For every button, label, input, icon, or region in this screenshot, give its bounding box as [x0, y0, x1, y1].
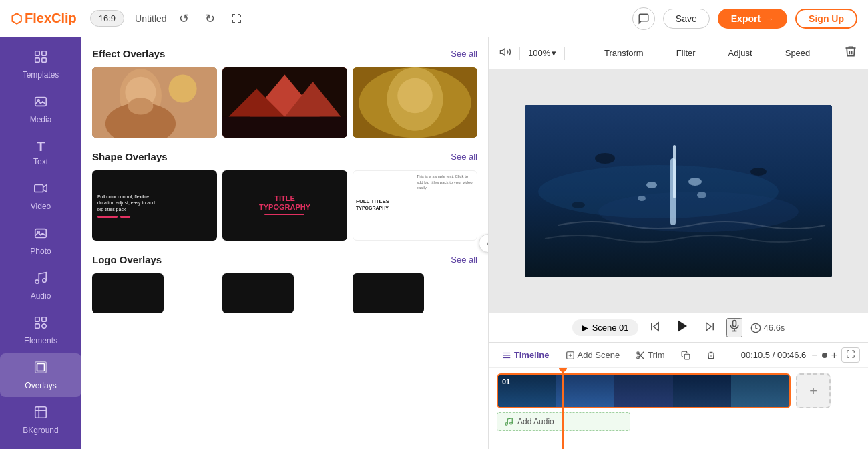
elements-icon: [33, 315, 48, 333]
svg-rect-2: [35, 58, 39, 62]
effect-overlays-grid: [92, 67, 477, 138]
clip-frame-5: [731, 375, 789, 407]
duration-display: 46.6s: [750, 323, 785, 333]
add-audio-button[interactable]: Add Audio: [497, 412, 630, 431]
sidebar-item-bkground[interactable]: BKground: [0, 398, 81, 442]
svg-point-45: [595, 153, 615, 164]
svg-marker-48: [653, 323, 658, 331]
effect-overlay-item-1[interactable]: [92, 67, 217, 138]
sidebar-item-media[interactable]: Media: [0, 88, 81, 131]
sidebar-audio-label: Audio: [31, 291, 51, 301]
transform-button[interactable]: Transform: [596, 44, 652, 62]
svg-rect-7: [35, 229, 47, 238]
next-scene-button[interactable]: [701, 318, 718, 338]
aspect-ratio-button[interactable]: 16:9: [90, 10, 124, 27]
panel-collapse-button[interactable]: ‹: [479, 234, 489, 253]
effect-overlay-item-3[interactable]: [353, 67, 477, 138]
sidebar-item-photo[interactable]: Photo: [0, 219, 81, 263]
shape-overlays-title: Shape Overlays: [92, 151, 168, 162]
svg-point-43: [638, 196, 646, 201]
svg-marker-50: [678, 320, 687, 332]
video-track: 01 +: [497, 373, 860, 408]
clip-frame-4: [673, 375, 731, 407]
shape-overlays-see-all[interactable]: See all: [451, 152, 477, 162]
effect-overlays-header: Effect Overlays See all: [92, 48, 477, 59]
prev-scene-button[interactable]: [646, 318, 664, 338]
logo-overlay-item-2[interactable]: [222, 273, 294, 313]
svg-point-23: [128, 98, 154, 114]
fit-button[interactable]: [841, 347, 860, 363]
redo-button[interactable]: ↻: [201, 7, 219, 30]
timeline-button[interactable]: Timeline: [497, 347, 555, 363]
toolbar-divider-4: [712, 47, 712, 60]
shape-overlay-item-3[interactable]: FULL TITLES TYPOGRAPHY This is a sample …: [353, 170, 477, 241]
play-button[interactable]: [672, 315, 693, 340]
video-toolbar: 100% ▾ Transform Filter Adjust Speed: [489, 37, 868, 69]
logo-overlays-grid: [92, 273, 477, 313]
svg-rect-17: [35, 407, 47, 418]
sidebar-item-branding[interactable]: Branding: [0, 443, 81, 449]
shape-overlay-item-1[interactable]: Full color control, flexible duration ad…: [92, 170, 217, 241]
overlays-panel: Effect Overlays See all: [81, 37, 489, 449]
timeline-toolbar: Timeline Add Scene Trim 00:: [489, 343, 868, 368]
save-button[interactable]: Save: [663, 9, 710, 29]
copy-clip-button[interactable]: [676, 348, 696, 363]
svg-rect-40: [673, 145, 676, 198]
svg-point-24: [169, 75, 197, 103]
svg-rect-12: [42, 317, 46, 321]
logo-overlays-see-all[interactable]: See all: [451, 255, 477, 265]
delete-icon[interactable]: [844, 45, 857, 61]
toolbar-divider-5: [769, 47, 769, 60]
clip-frame-2: [556, 375, 614, 407]
toolbar-divider-3: [660, 47, 660, 60]
templates-icon: [33, 49, 48, 67]
mic-button[interactable]: [726, 318, 742, 337]
svg-point-69: [505, 423, 508, 426]
sidebar-item-overlays[interactable]: Overlays: [0, 353, 81, 397]
export-button[interactable]: Export →: [718, 9, 787, 29]
shape-overlay-item-2[interactable]: TITLE TYPOGRAPHY: [222, 170, 347, 241]
chat-button[interactable]: [632, 7, 655, 30]
effect-overlays-see-all[interactable]: See all: [451, 49, 477, 59]
export-arrow-icon: →: [765, 13, 774, 24]
project-title: Untitled: [135, 13, 166, 24]
sidebar-item-elements[interactable]: Elements: [0, 309, 81, 352]
signup-button[interactable]: Sign Up: [795, 9, 857, 29]
playhead: [562, 368, 564, 449]
timeline-tracks: 01 +: [489, 368, 868, 449]
add-scene-button[interactable]: Add Scene: [560, 347, 626, 363]
adjust-button[interactable]: Adjust: [720, 44, 761, 62]
video-clip[interactable]: 01: [497, 373, 791, 408]
svg-point-9: [35, 280, 39, 284]
filter-button[interactable]: Filter: [668, 44, 704, 62]
main-area: Templates Media T Text Video Photo: [0, 37, 868, 449]
zoom-in-button[interactable]: +: [831, 349, 837, 361]
svg-rect-68: [684, 354, 690, 359]
sidebar-item-audio[interactable]: Audio: [0, 264, 81, 307]
volume-icon[interactable]: [499, 46, 511, 61]
zoom-out-button[interactable]: −: [811, 349, 817, 361]
undo-button[interactable]: ↺: [175, 7, 193, 30]
sidebar-item-video[interactable]: Video: [0, 174, 81, 218]
add-scene-track-button[interactable]: +: [796, 373, 831, 408]
svg-rect-3: [42, 58, 46, 62]
timeline-area: Timeline Add Scene Trim 00:: [489, 342, 868, 449]
svg-point-33: [397, 78, 433, 114]
logo-overlay-item-3[interactable]: [353, 273, 424, 313]
sidebar-item-templates[interactable]: Templates: [0, 43, 81, 86]
delete-clip-button[interactable]: [701, 348, 721, 363]
svg-point-47: [572, 202, 585, 208]
sidebar-item-text[interactable]: T Text: [0, 132, 81, 173]
clip-label: 01: [502, 378, 510, 386]
topbar: ⬡ FlexClip 16:9 Untitled ↺ ↻ Save Export…: [0, 0, 868, 37]
sidebar-overlays-label: Overlays: [25, 381, 56, 390]
logo-overlay-item-1[interactable]: [92, 273, 164, 313]
scene-button[interactable]: ▶ Scene 01: [572, 319, 638, 336]
svg-rect-4: [35, 98, 47, 106]
audio-track: Add Audio: [497, 412, 860, 431]
speed-button[interactable]: Speed: [777, 44, 819, 62]
volume-percent[interactable]: 100% ▾: [528, 48, 556, 58]
effect-overlay-item-2[interactable]: [222, 67, 347, 138]
trim-button[interactable]: Trim: [630, 347, 670, 363]
fullscreen-button[interactable]: [227, 9, 246, 28]
